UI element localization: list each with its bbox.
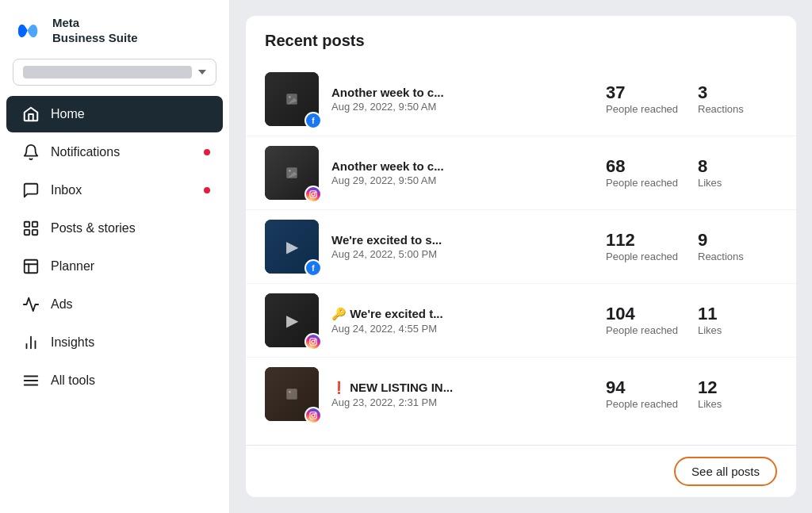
post-info: 🔑 We're excited t... Aug 24, 2022, 4:55 … [331,307,593,335]
see-all-posts-button[interactable]: See all posts [674,457,777,486]
sidebar-item-ads[interactable]: Ads [6,286,223,323]
reactions-stat: 9 Reactions [698,232,777,262]
svg-rect-0 [25,221,29,226]
people-reached-stat: 68 People reached [606,158,685,189]
stat-label: Reactions [698,251,777,262]
svg-point-16 [289,170,290,171]
stat-number: 68 [606,158,685,175]
planner-icon [22,258,40,275]
stat-label: People reached [606,177,685,189]
stat-number: 3 [698,84,777,101]
facebook-badge: f [304,112,322,129]
card-footer: See all posts [246,445,796,497]
chevron-down-icon [198,70,206,75]
sidebar-item-label: Notifications [51,145,207,159]
post-thumbnail: ▶ [265,293,319,347]
image-icon [285,387,299,401]
play-icon: ▶ [286,311,298,330]
stat-label: Likes [698,324,777,336]
recent-posts-card: Recent posts f Another week to c... Aug … [246,16,796,497]
ads-icon [22,296,40,313]
instagram-icon [309,190,317,198]
post-thumbnail [265,367,319,421]
svg-point-14 [289,96,290,98]
meta-logo-icon [16,22,44,40]
post-info: We're excited to s... Aug 24, 2022, 5:00… [331,233,593,260]
menu-icon [22,372,40,389]
account-avatar [23,66,192,78]
svg-point-19 [315,192,316,193]
table-row[interactable]: Another week to c... Aug 29, 2022, 9:50 … [246,136,796,210]
post-date: Aug 23, 2022, 2:31 PM [331,396,593,408]
sidebar: Meta Business Suite Home Notifications [0,0,230,513]
svg-rect-2 [25,229,29,234]
reactions-stat: 8 Likes [698,158,777,189]
people-reached-stat: 37 People reached [606,84,685,115]
svg-rect-1 [33,221,37,226]
reactions-stat: 12 Likes [698,379,777,410]
stat-label: People reached [606,324,685,336]
sidebar-item-label: Posts & stories [51,221,207,235]
stat-label: Likes [698,177,777,189]
sidebar-item-insights[interactable]: Insights [6,324,223,361]
notification-dot [204,187,210,193]
svg-point-24 [289,391,290,392]
stat-label: Reactions [698,103,777,115]
people-reached-stat: 94 People reached [606,379,685,410]
card-title: Recent posts [246,16,796,63]
table-row[interactable]: ▶ f We're excited to s... Aug 24, 2022, … [246,210,796,284]
reactions-stat: 3 Reactions [698,84,777,115]
sidebar-item-label: Planner [51,259,207,274]
notification-dot [204,149,210,155]
stat-number: 9 [698,232,777,249]
post-date: Aug 24, 2022, 4:55 PM [331,323,593,335]
stat-number: 104 [606,305,685,323]
post-info: Another week to c... Aug 29, 2022, 9:50 … [331,159,593,186]
reactions-stat: 11 Likes [698,305,777,336]
svg-rect-23 [286,389,297,400]
sidebar-item-label: Insights [51,335,207,350]
post-title: Another week to c... [331,159,490,173]
stat-number: 11 [698,305,777,323]
stat-number: 8 [698,158,777,175]
sidebar-item-notifications[interactable]: Notifications [6,134,223,170]
post-title: ❗ NEW LISTING IN... [331,381,490,395]
sidebar-item-label: Home [51,107,207,121]
post-date: Aug 24, 2022, 5:00 PM [331,248,593,260]
sidebar-item-inbox[interactable]: Inbox [6,172,223,209]
stat-number: 12 [698,379,777,396]
sidebar-item-planner[interactable]: Planner [6,248,223,285]
sidebar-item-home[interactable]: Home [6,96,223,132]
people-reached-stat: 112 People reached [606,232,685,262]
brand-logo: Meta Business Suite [0,0,229,59]
instagram-badge [304,186,322,203]
chat-icon [22,182,40,199]
instagram-icon [309,412,317,419]
sidebar-item-label: Ads [51,297,207,312]
table-row[interactable]: ▶ 🔑 We're excited t... Aug 24, 2022, 4:5… [246,284,796,358]
svg-rect-4 [25,259,38,273]
account-selector[interactable] [13,59,216,86]
post-thumbnail: ▶ f [265,220,319,274]
play-icon: ▶ [286,237,298,256]
sidebar-item-label: All tools [51,373,207,388]
image-icon [285,92,299,106]
stat-number: 94 [606,379,685,396]
table-row[interactable]: f Another week to c... Aug 29, 2022, 9:5… [246,63,796,136]
instagram-badge [304,407,322,424]
stat-label: People reached [606,251,685,262]
sidebar-item-posts[interactable]: Posts & stories [6,210,223,247]
sidebar-item-alltools[interactable]: All tools [6,362,223,399]
stat-number: 37 [606,84,685,101]
people-reached-stat: 104 People reached [606,305,685,336]
table-row[interactable]: ❗ NEW LISTING IN... Aug 23, 2022, 2:31 P… [246,358,796,431]
post-info: ❗ NEW LISTING IN... Aug 23, 2022, 2:31 P… [331,381,593,408]
posts-list: f Another week to c... Aug 29, 2022, 9:5… [246,63,796,445]
post-date: Aug 29, 2022, 9:50 AM [331,101,593,113]
post-thumbnail: f [265,72,319,126]
svg-point-18 [312,193,315,196]
post-title: We're excited to s... [331,233,490,247]
svg-point-21 [312,340,315,343]
post-thumbnail [265,146,319,200]
sidebar-item-label: Inbox [51,183,207,197]
